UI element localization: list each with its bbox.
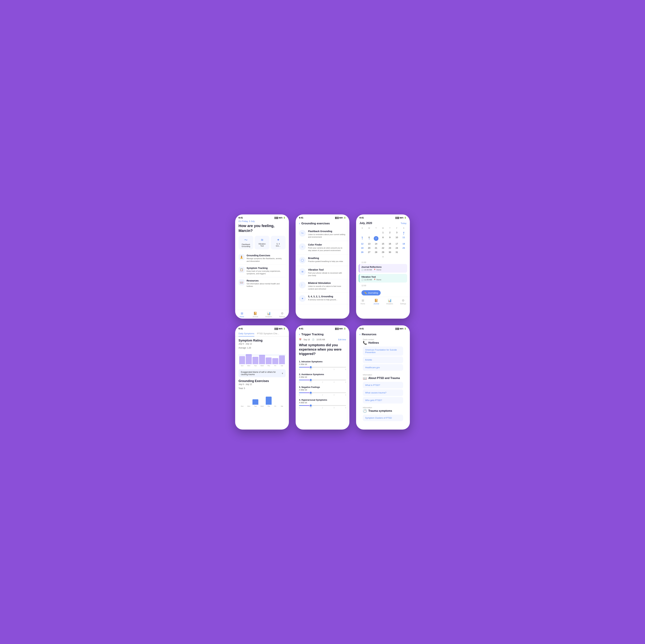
wifi-icon-s: WiFi — [279, 328, 282, 330]
grounding-menu-icon: 🧘 — [238, 254, 245, 260]
ex-color-title: Color Finder — [308, 244, 346, 246]
symptom-content: Symptom Rating July 6 - July 12 Average:… — [235, 339, 289, 430]
res-what-ptsd[interactable]: What is PTSD? — [363, 382, 403, 388]
phone-trigger: 9:41 ▐▐▐ WiFi 🔋 ‹ Trigger Tracking 📅 Sep… — [296, 325, 349, 430]
ex-bilateral-text: Bilateral Stimulation Listen to sounds o… — [308, 282, 346, 290]
menu-resources[interactable]: 📖 Resources Get information about mental… — [238, 277, 285, 290]
slider-thumb-negative[interactable] — [309, 391, 312, 394]
exercise-flashback[interactable]: 〜 Flashback Grounding Listen to reminder… — [296, 227, 349, 241]
back-arrow-grounding[interactable]: ‹ — [299, 222, 300, 225]
ptsd-title: 📖 About PTSD and Trauma — [363, 376, 403, 380]
event-vibration-title: Vibration Tool — [361, 276, 405, 278]
grounding-title: Grounding Exercises — [247, 254, 285, 257]
slider-fill-negative — [299, 392, 311, 393]
nav-home-cal[interactable]: ⊞ Home — [356, 299, 370, 305]
symptom-menu-text: Symptom Tracking Keep track of your ever… — [247, 267, 285, 275]
quick-tool-54321-label: 5, 4Gro... — [276, 243, 280, 247]
grounding-menu-text: Grounding Exercises Manage symptoms like… — [247, 254, 285, 263]
nav-home[interactable]: ⊞ Home — [235, 312, 249, 318]
grounding-desc: Manage symptoms like flashbacks, anxiety… — [247, 257, 285, 263]
bar-fri — [272, 358, 278, 364]
grounding-daterange: July 6 - July 12 — [238, 383, 285, 385]
symptom-chart: Sun Mon Tue Wed Thu Fri Sat — [238, 351, 285, 367]
tab-ptsd[interactable]: PTSD Symptom Che... — [257, 331, 279, 336]
slider-fill-avoidance — [299, 380, 311, 380]
quick-tool-flashback[interactable]: 〜 FlashbackGrounding — [238, 236, 253, 250]
quick-tool-flashback-label: FlashbackGrounding — [241, 244, 250, 248]
ex-breathing-icon: ◯ — [299, 257, 306, 264]
slider-labels-hyperarousal: 01234 — [299, 407, 346, 409]
symptom-tag[interactable]: Exaggerated blame of self or others for … — [238, 369, 285, 377]
journaling-fab[interactable]: ✏️ Journaling — [362, 290, 381, 296]
gbar-tue — [252, 399, 258, 405]
nav-analytics[interactable]: 📊 Analytics — [262, 312, 275, 318]
sym-negative-num: 3. Negative Feelings — [299, 386, 346, 388]
trigger-page-title: Trigger Tracking — [301, 333, 324, 336]
slider-hyperarousal[interactable] — [299, 405, 346, 406]
nav-journal-label-cal: Journal — [374, 303, 379, 305]
battery-icon-s: 🔋 — [283, 328, 285, 330]
exercise-vibration[interactable]: ≋ Vibration Tool Feel your phone vibrate… — [296, 266, 349, 280]
status-bar-home: 9:41 ▐▐▐ WiFi 🔋 — [235, 214, 289, 220]
symptom-tag-text: Exaggerated blame of self or others for … — [241, 371, 282, 375]
trigger-question: What symptoms did you experience when yo… — [299, 343, 346, 356]
menu-grounding[interactable]: 🧘 Grounding Exercises Manage symptoms li… — [238, 252, 285, 265]
ex-flashback-title: Flashback Grounding — [308, 230, 346, 232]
slider-negative[interactable] — [299, 392, 346, 393]
symptom-daterange: July 6 - July 12 — [238, 343, 285, 345]
chart-labels-1: Sun Mon Tue Wed Thu Fri Sat — [238, 364, 285, 366]
edit-time-btn[interactable]: Edit time — [338, 338, 346, 341]
ex-color-icon: ○ — [299, 244, 306, 250]
slider-avoidance[interactable] — [299, 380, 346, 380]
nav-settings-cal[interactable]: ⚙ Settings — [396, 299, 410, 305]
nav-settings[interactable]: ⚙ Settings — [275, 312, 289, 318]
quick-tool-vibration[interactable]: ≋ VibrationTool — [255, 236, 269, 250]
res-afsp[interactable]: American Foundation for Suicide Preventi… — [363, 346, 403, 356]
slider-labels-avoidance: 01234 — [299, 381, 346, 383]
exercise-54321[interactable]: ✦ 5, 4, 3, 2, 1, Grounding A sensory exe… — [296, 293, 349, 304]
54321-icon: ✦ — [277, 238, 280, 242]
event-journal[interactable]: Journal Reflections 🕐 10:30 AM 📍 Home — [359, 264, 407, 273]
nav-analytics-icon-cal: 📊 — [388, 299, 392, 302]
exercise-breathing[interactable]: ◯ Breathing Practice guided breathing to… — [296, 255, 349, 266]
quick-tool-54321[interactable]: ✦ 5, 4Gro... — [271, 236, 285, 250]
bar-thu — [266, 357, 272, 364]
res-who-ptsd[interactable]: Who gets PTSD? — [363, 397, 403, 404]
sym-negative: 3. Negative Feelings A little bit 01234 — [296, 386, 349, 396]
symptom-average: Average: 1.20 — [238, 347, 285, 349]
signal-icon-c: ▐▐▐ — [395, 217, 399, 219]
slider-thumb-hyperarousal[interactable] — [309, 404, 312, 407]
res-symptom-clusters[interactable]: Symptom Clusters of PTSD — [363, 415, 403, 421]
tab-daily[interactable]: Daily Symptoms — [238, 331, 254, 336]
back-arrow-trigger[interactable]: ‹ — [299, 333, 300, 336]
nav-journal-cal[interactable]: 📔 Journal — [370, 299, 383, 305]
res-rainn[interactable]: RAINN — [363, 357, 403, 363]
today-button[interactable]: Today — [401, 222, 407, 224]
grounding-total: Total: 5 — [238, 387, 285, 389]
event-vibration[interactable]: Vibration Tool 🕐 11:00 AM 📍 Home — [359, 274, 407, 283]
ex-bilateral-icon: 〕 — [299, 282, 306, 288]
wifi-icon-r: WiFi — [400, 328, 404, 330]
res-healthcare[interactable]: Healthcare.gov — [363, 364, 403, 371]
menu-symptom[interactable]: 📋 Symptom Tracking Keep track of your ev… — [238, 265, 285, 277]
nav-analytics-cal[interactable]: 📊 Analytics — [383, 299, 396, 305]
quick-tool-vibration-label: VibrationTool — [258, 243, 265, 247]
sym-hyperarousal-num: 4. Hyperarousal Symptoms — [299, 398, 346, 401]
exercise-color[interactable]: ○ Color Finder Point your camera at colo… — [296, 241, 349, 255]
symptom-title: Symptom Tracking — [247, 267, 285, 270]
sym-negative-level: A little bit — [299, 389, 346, 391]
slider-thumb-intrusion[interactable] — [309, 366, 312, 368]
slider-thumb-avoidance[interactable] — [309, 379, 312, 381]
exercise-bilateral[interactable]: 〕 Bilateral Stimulation Listen to sounds… — [296, 279, 349, 293]
battery-icon-c: 🔋 — [404, 217, 407, 219]
time-trig: 9:41 — [299, 327, 303, 330]
gbar-thu — [266, 396, 272, 405]
back-arrow-resources[interactable]: ‹ — [360, 333, 361, 336]
cal-week-2: 5 6 7 8 9 10 11 — [359, 235, 407, 242]
ptsd-label: Information — [363, 374, 403, 376]
res-what-trauma[interactable]: What causes trauma? — [363, 389, 403, 396]
wifi-icon-c: WiFi — [400, 217, 404, 219]
slider-intrusion[interactable] — [299, 367, 346, 367]
grounding-header: ‹ Grounding exercises — [296, 220, 349, 227]
nav-journal[interactable]: 📔 Journal — [249, 312, 262, 318]
